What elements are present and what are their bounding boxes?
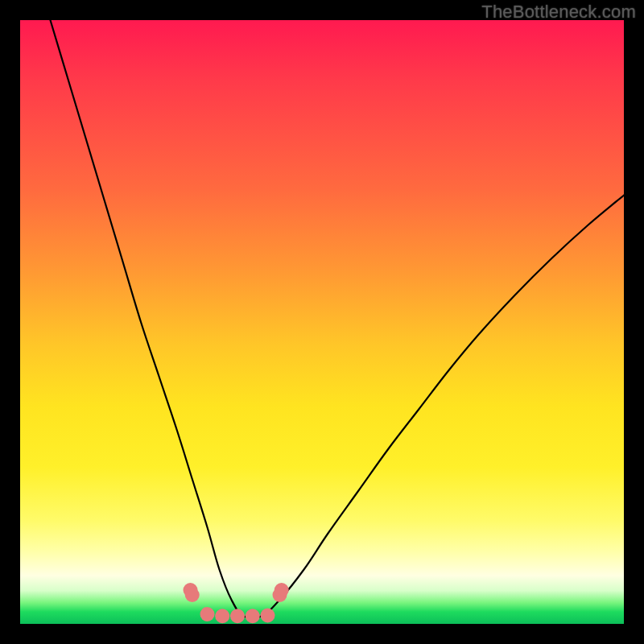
optimal-marker (185, 588, 200, 602)
attribution-text: TheBottleneck.com (481, 2, 636, 23)
optimal-marker (200, 607, 215, 621)
chart-frame: TheBottleneck.com (0, 0, 644, 644)
optimal-zone-markers (184, 583, 289, 623)
optimal-marker (230, 609, 245, 623)
optimal-marker (261, 609, 275, 623)
optimal-marker (275, 583, 289, 597)
optimal-marker (246, 609, 260, 623)
bottleneck-curve (51, 20, 625, 618)
plot-area (20, 20, 624, 624)
optimal-marker (215, 609, 229, 623)
curve-layer (20, 20, 624, 624)
